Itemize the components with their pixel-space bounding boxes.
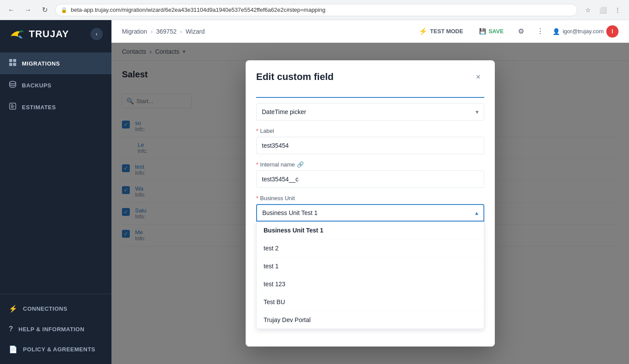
bu-option-5[interactable]: Test BU [257,293,484,311]
main-content: Migration › 369752 › Wizard ⚡ TEST MODE … [111,20,629,364]
bu-selected-value: Business Unit Test 1 [262,209,318,216]
bookmark-button[interactable]: ☆ [582,4,594,16]
save-icon: 💾 [479,28,486,35]
bu-label-text: Business Unit [260,195,295,201]
policy-icon: 📄 [9,345,18,354]
sidebar-item-policy[interactable]: 📄 POLICY & AGREEMENTS [0,339,111,360]
content-area: Contacts › Contacts ▾ Salest 🔍 [111,43,629,364]
business-unit-dropdown-list: Business Unit Test 1 test 2 test 1 test … [256,222,484,329]
internal-name-input[interactable] [256,170,484,188]
svg-rect-2 [9,63,12,66]
svg-rect-3 [13,63,16,66]
sidebar-item-estimates[interactable]: ESTIMATES [0,96,111,118]
test-mode-button[interactable]: ⚡ TEST MODE [414,24,469,38]
modal-header: Edit custom field × [246,60,495,83]
modal-close-button[interactable]: × [472,71,484,83]
estimates-icon [9,102,17,112]
breadcrumb: Migration › 369752 › Wizard [122,28,205,35]
user-info: 👤 igor@trujay.com I [553,25,619,38]
test-mode-label: TEST MODE [430,28,463,35]
top-bar-actions: ⚡ TEST MODE 💾 SAVE ⚙ ⋮ 👤 igor@trujay.com… [414,24,619,38]
sidebar-policy-label: POLICY & AGREEMENTS [23,346,96,353]
bu-option-4[interactable]: test 123 [257,275,484,293]
business-unit-label: * Business Unit [256,195,484,201]
save-label: SAVE [489,28,504,35]
label-field-group: * Label [256,128,484,154]
browser-chrome: ← → ↻ 🔒 beta-app.trujay.com/migration/wi… [0,0,629,20]
url-text: beta-app.trujay.com/migration/wizard/6e2… [71,7,325,13]
breadcrumb-sep-2: › [180,28,182,35]
business-unit-dropdown[interactable]: Business Unit Test 1 ▴ [256,204,484,222]
internal-name-label: * Internal name 🔗 [256,161,484,168]
bu-option-6[interactable]: Trujay Dev Portal [257,311,484,329]
top-bar: Migration › 369752 › Wizard ⚡ TEST MODE … [111,20,629,43]
extensions-button[interactable]: ⬜ [597,4,609,16]
internal-name-required-star: * [256,161,258,168]
refresh-button[interactable]: ↻ [38,4,51,16]
help-icon: ? [9,325,13,333]
type-selector-group: DateTime picker ▾ [256,103,484,121]
edit-custom-field-modal: Edit custom field × DateTime picker ▾ [246,60,495,347]
sidebar-logo: TRUJAY ‹ [0,20,111,48]
breadcrumb-sep-1: › [151,28,153,35]
svg-rect-1 [13,59,16,62]
sidebar-collapse-button[interactable]: ‹ [90,28,103,40]
svg-point-4 [10,81,16,84]
business-unit-field-group: * Business Unit Business Unit Test 1 ▴ B… [256,195,484,329]
label-field-label: * Label [256,128,484,134]
sidebar-backups-label: BACKUPS [22,82,52,89]
bu-option-2[interactable]: test 2 [257,239,484,257]
type-dropdown-arrow-icon: ▾ [476,108,479,115]
sidebar-bottom: ⚡ CONNECTIONS ? HELP & INFORMATION 📄 POL… [0,294,111,364]
test-mode-icon: ⚡ [419,27,427,35]
bu-dropdown-arrow-icon: ▴ [475,209,478,216]
label-required-star: * [256,128,258,134]
label-text: Label [260,128,274,134]
bu-option-1[interactable]: Business Unit Test 1 [257,222,484,239]
sidebar-connections-label: CONNECTIONS [23,305,68,312]
back-button[interactable]: ← [5,4,17,16]
sidebar: TRUJAY ‹ MIGRATIONS BACKUPS ESTIMATES [0,20,111,364]
breadcrumb-id[interactable]: 369752 [156,28,177,35]
connections-icon: ⚡ [9,305,18,313]
backups-icon [9,80,17,90]
sidebar-item-help[interactable]: ? HELP & INFORMATION [0,319,111,339]
user-email: igor@trujay.com [563,28,604,35]
modal-divider [256,97,484,98]
modal-body: DateTime picker ▾ * Label [246,83,495,347]
address-bar[interactable]: 🔒 beta-app.trujay.com/migration/wizard/6… [55,4,577,16]
link-icon: 🔗 [297,161,304,168]
bu-required-star: * [256,195,258,201]
breadcrumb-wizard[interactable]: Wizard [186,28,205,35]
modal-title: Edit custom field [256,71,334,83]
sidebar-estimates-label: ESTIMATES [22,104,56,111]
internal-name-field-group: * Internal name 🔗 [256,161,484,188]
save-button[interactable]: 💾 SAVE [474,25,509,37]
user-icon: 👤 [553,28,560,35]
svg-rect-0 [9,59,12,62]
sidebar-item-backups[interactable]: BACKUPS [0,74,111,96]
user-avatar: I [606,25,619,38]
forward-button[interactable]: → [22,4,34,16]
type-selector-dropdown[interactable]: DateTime picker ▾ [256,103,484,121]
bu-option-3[interactable]: test 1 [257,257,484,275]
internal-name-text: Internal name [260,161,295,168]
breadcrumb-migration[interactable]: Migration [122,28,147,35]
settings-button[interactable]: ⚙ [514,24,528,38]
sidebar-item-connections[interactable]: ⚡ CONNECTIONS [0,298,111,319]
sidebar-item-migrations[interactable]: MIGRATIONS [0,52,111,74]
label-input[interactable] [256,137,484,154]
sidebar-migrations-label: MIGRATIONS [22,60,60,67]
sidebar-nav: MIGRATIONS BACKUPS ESTIMATES [0,48,111,294]
logo-text: TRUJAY [29,28,69,40]
type-selector-value: DateTime picker [262,108,306,115]
more-button[interactable]: ⋮ [533,24,547,38]
logo-icon [9,28,24,40]
more-options-button[interactable]: ⋮ [612,4,624,16]
app-container: TRUJAY ‹ MIGRATIONS BACKUPS ESTIMATES [0,20,629,364]
browser-icons: ☆ ⬜ ⋮ [582,4,624,16]
modal-overlay[interactable]: Edit custom field × DateTime picker ▾ [111,43,629,364]
migrations-icon [9,59,17,68]
business-unit-dropdown-container: Business Unit Test 1 ▴ Business Unit Tes… [256,204,484,329]
sidebar-help-label: HELP & INFORMATION [18,326,84,333]
